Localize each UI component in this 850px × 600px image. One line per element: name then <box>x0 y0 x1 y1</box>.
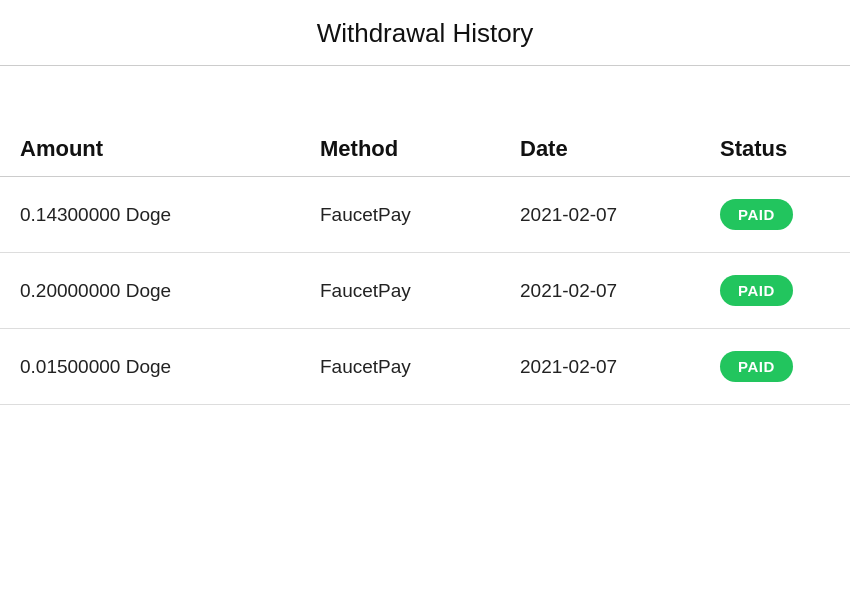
table-row: 0.14300000 Doge FaucetPay 2021-02-07 PAI… <box>0 177 850 253</box>
table-row: 0.01500000 Doge FaucetPay 2021-02-07 PAI… <box>0 329 850 405</box>
cell-date-2: 2021-02-07 <box>520 356 720 378</box>
header-amount: Amount <box>20 136 320 162</box>
table-header: Amount Method Date Status <box>0 126 850 177</box>
cell-status-0: PAID <box>720 199 830 230</box>
cell-status-1: PAID <box>720 275 830 306</box>
cell-amount-1: 0.20000000 Doge <box>20 280 320 302</box>
cell-method-2: FaucetPay <box>320 356 520 378</box>
header-method: Method <box>320 136 520 162</box>
paid-badge-0: PAID <box>720 199 793 230</box>
table-body: 0.14300000 Doge FaucetPay 2021-02-07 PAI… <box>0 177 850 405</box>
cell-amount-0: 0.14300000 Doge <box>20 204 320 226</box>
cell-method-1: FaucetPay <box>320 280 520 302</box>
spacer <box>0 66 850 126</box>
paid-badge-1: PAID <box>720 275 793 306</box>
header-status: Status <box>720 136 830 162</box>
header-date: Date <box>520 136 720 162</box>
cell-date-1: 2021-02-07 <box>520 280 720 302</box>
withdrawal-table: Amount Method Date Status 0.14300000 Dog… <box>0 126 850 405</box>
cell-method-0: FaucetPay <box>320 204 520 226</box>
cell-date-0: 2021-02-07 <box>520 204 720 226</box>
paid-badge-2: PAID <box>720 351 793 382</box>
page-title: Withdrawal History <box>0 0 850 66</box>
table-row: 0.20000000 Doge FaucetPay 2021-02-07 PAI… <box>0 253 850 329</box>
cell-amount-2: 0.01500000 Doge <box>20 356 320 378</box>
cell-status-2: PAID <box>720 351 830 382</box>
